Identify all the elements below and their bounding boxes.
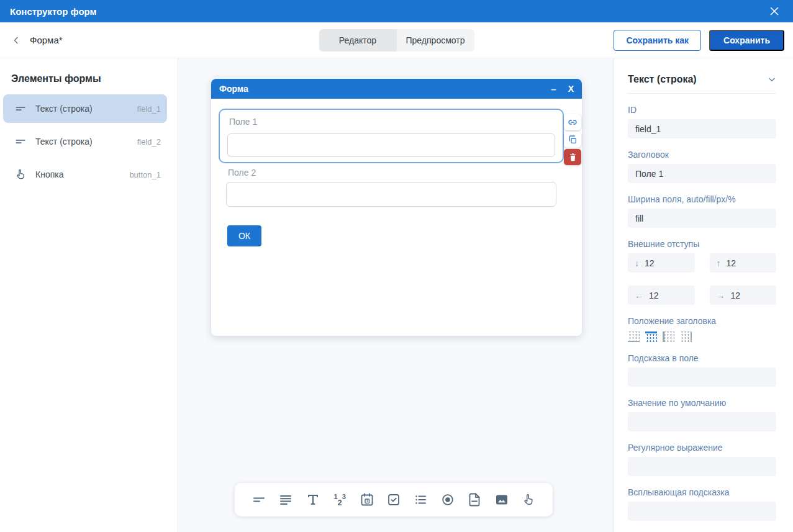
id-label: ID: [628, 105, 776, 115]
form-elements-sidebar: Элементы формы Текст (строка) field_1 Те…: [0, 58, 178, 532]
canvas: Форма – X Поле 1: [178, 58, 614, 532]
element-toolbar: 123 1: [235, 483, 553, 516]
main: Элементы формы Текст (строка) field_1 Те…: [0, 58, 793, 532]
form-window-body: Поле 1 Поле 2: [211, 99, 582, 336]
checkbox-icon[interactable]: [386, 492, 402, 508]
ok-button[interactable]: ОК: [227, 225, 261, 246]
app-titlebar: Конструктор форм: [0, 0, 793, 22]
inspector-title: Текст (строка): [628, 74, 697, 85]
back-chevron-icon[interactable]: [7, 32, 25, 49]
sidebar-item-id: button_1: [129, 170, 161, 179]
form-window-controls: – X: [551, 84, 574, 94]
title-position-right-icon[interactable]: [680, 331, 692, 342]
title-label: Заголовок: [628, 150, 776, 160]
divider: [628, 93, 776, 94]
regex-input[interactable]: [628, 457, 776, 476]
number-icon[interactable]: 123: [332, 492, 348, 508]
date-icon[interactable]: 1: [359, 492, 375, 508]
default-value-input[interactable]: [628, 412, 776, 431]
hint-label: Подсказка в поле: [628, 353, 776, 363]
id-input[interactable]: field_1: [628, 119, 776, 138]
minimize-icon[interactable]: –: [551, 84, 556, 94]
width-label: Ширина поля, auto/fill/px/%: [628, 194, 776, 204]
arrow-left-icon: ←: [635, 291, 643, 300]
copy-icon[interactable]: [564, 132, 581, 148]
margin-left-input[interactable]: ← 12: [628, 286, 695, 305]
margins-grid: ↓ 12 ↑ 12 ← 12 → 12: [628, 253, 776, 305]
margin-top-value: 12: [727, 258, 736, 268]
radio-icon[interactable]: [440, 492, 456, 508]
sidebar-title: Элементы формы: [11, 73, 178, 84]
button-hand-icon[interactable]: [520, 492, 537, 508]
regex-label: Регулярное выражение: [628, 443, 776, 453]
width-input[interactable]: fill: [628, 209, 776, 228]
save-button[interactable]: Сохранить: [709, 30, 784, 51]
field-input[interactable]: [227, 133, 555, 157]
app-title: Конструктор форм: [10, 6, 97, 17]
text-line-icon: [14, 102, 27, 115]
title-input[interactable]: Поле 1: [628, 164, 776, 183]
header-actions: Сохранить как Сохранить: [614, 30, 786, 51]
field-label: Поле 2: [228, 168, 564, 178]
form-field-2[interactable]: Поле 2: [219, 168, 564, 207]
hint-input[interactable]: [628, 367, 776, 387]
field-actions: [564, 114, 581, 165]
margin-bottom-value: 12: [645, 258, 655, 268]
typography-icon[interactable]: [305, 492, 321, 508]
text-line-icon: [14, 135, 27, 148]
sidebar-item-label: Кнопка: [35, 169, 63, 179]
title-position-bottom-icon[interactable]: [628, 331, 640, 342]
field-input[interactable]: [226, 182, 556, 207]
margin-top-input[interactable]: ↑ 12: [710, 253, 777, 273]
tab-editor[interactable]: Редактор: [319, 29, 397, 52]
default-value-label: Значение по умолчанию: [628, 398, 776, 408]
title-position-left-icon[interactable]: [663, 331, 674, 342]
form-field-1-selected[interactable]: Поле 1: [219, 109, 564, 163]
hand-pointer-icon: [14, 168, 27, 181]
tooltip-label: Всплывающая подсказка: [628, 487, 776, 497]
file-icon[interactable]: [466, 492, 483, 508]
close-icon[interactable]: [766, 2, 783, 20]
margins-label: Внешние отступы: [628, 239, 776, 249]
close-icon[interactable]: X: [568, 84, 574, 94]
margin-right-input[interactable]: → 12: [710, 286, 777, 305]
tab-preview[interactable]: Предпросмотр: [397, 29, 474, 52]
sidebar-item-id: field_1: [137, 104, 161, 114]
form-window-titlebar: Форма – X: [211, 79, 582, 99]
view-tabs: Редактор Предпросмотр: [319, 29, 474, 52]
title-position-top-icon[interactable]: [645, 331, 657, 342]
chevron-down-icon[interactable]: [768, 75, 776, 84]
arrow-right-icon: →: [717, 291, 725, 300]
arrow-up-icon: ↑: [717, 258, 721, 268]
link-icon[interactable]: [564, 114, 581, 130]
inspector-header: Текст (строка): [628, 74, 776, 85]
margin-bottom-input[interactable]: ↓ 12: [628, 253, 695, 273]
list-icon[interactable]: [412, 492, 428, 508]
text-multiline-icon[interactable]: [278, 492, 294, 508]
margin-left-value: 12: [649, 291, 659, 300]
sidebar-item-label: Текст (строка): [35, 104, 93, 114]
field-label: Поле 1: [229, 117, 257, 127]
form-window-title: Форма: [219, 84, 248, 94]
form-name-title: Форма*: [30, 35, 63, 45]
trash-icon[interactable]: [564, 149, 581, 165]
sidebar-item-button-1[interactable]: Кнопка button_1: [3, 160, 167, 189]
tooltip-input[interactable]: [628, 502, 776, 521]
inspector-panel: Текст (строка) ID field_1 Заголовок Поле…: [614, 58, 793, 532]
svg-text:1: 1: [366, 499, 368, 503]
sidebar-item-id: field_2: [137, 137, 161, 147]
sidebar-item-label: Текст (строка): [35, 137, 93, 147]
form-preview-window: Форма – X Поле 1: [211, 79, 582, 336]
sidebar-item-field-2[interactable]: Текст (строка) field_2: [3, 127, 167, 156]
title-position-label: Положение заголовка: [628, 316, 776, 326]
arrow-down-icon: ↓: [635, 258, 639, 268]
margin-right-value: 12: [731, 291, 741, 300]
title-position-options: [628, 331, 776, 342]
save-as-button[interactable]: Сохранить как: [614, 30, 701, 51]
text-single-line-icon[interactable]: [251, 492, 267, 508]
header: Форма* Редактор Предпросмотр Сохранить к…: [0, 22, 793, 58]
sidebar-item-field-1[interactable]: Текст (строка) field_1: [3, 94, 167, 123]
image-icon[interactable]: [494, 492, 510, 508]
